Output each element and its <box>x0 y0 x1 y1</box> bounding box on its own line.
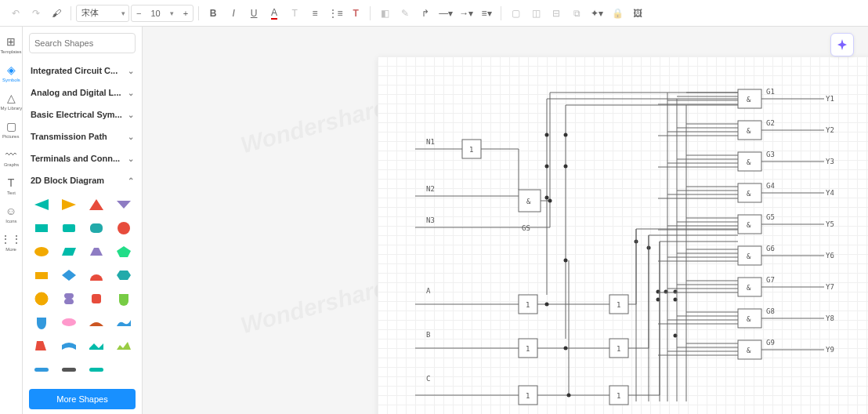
svg-point-8 <box>34 247 49 256</box>
nav-icons[interactable]: ☺Icons <box>1 202 22 226</box>
svg-text:&: & <box>747 284 751 292</box>
nav-pictures[interactable]: ▢Pictures <box>1 118 22 141</box>
svg-point-63 <box>564 133 568 137</box>
shape-item[interactable] <box>29 289 53 309</box>
svg-marker-14 <box>117 271 131 280</box>
shape-item[interactable] <box>111 242 136 262</box>
effects-button[interactable]: ✦▾ <box>588 4 606 23</box>
nav-text[interactable]: TText <box>1 174 22 198</box>
shape-item[interactable] <box>84 242 108 262</box>
shape-item[interactable] <box>29 312 53 332</box>
shape-item[interactable] <box>84 336 108 356</box>
font-size-stepper[interactable]: − 10 ▾ + <box>131 5 193 22</box>
arrow-style-button[interactable]: →▾ <box>457 4 476 23</box>
font-family-select[interactable]: 宋体 <box>76 5 129 22</box>
shape-item[interactable] <box>84 265 108 285</box>
shape-item[interactable] <box>84 289 108 309</box>
svg-text:Y8: Y8 <box>826 314 834 322</box>
align-button[interactable]: ≡ <box>306 4 324 23</box>
category-terminals-conn[interactable]: Terminals and Conn...⌄ <box>27 147 137 169</box>
svg-point-15 <box>35 292 48 305</box>
font-size-value: 10 <box>146 9 165 18</box>
text-tool-button[interactable]: T <box>285 4 304 23</box>
shape-item[interactable] <box>111 312 136 332</box>
shape1-button[interactable]: ▢ <box>506 4 525 23</box>
category-analog-digital[interactable]: Analog and Digital L...⌄ <box>27 82 137 104</box>
category-basic-electrical[interactable]: Basic Electrical Sym...⌄ <box>27 104 137 125</box>
redo-button[interactable]: ↷ <box>27 4 45 23</box>
line-style-button[interactable]: —▾ <box>436 4 455 23</box>
align-obj-button[interactable]: ⊟ <box>547 4 566 23</box>
shape-item[interactable] <box>84 359 108 380</box>
shape-item[interactable] <box>29 218 53 238</box>
image-button[interactable]: 🖼 <box>628 4 647 23</box>
lock-button[interactable]: 🔒 <box>608 4 627 23</box>
chevron-down-icon: ⌄ <box>128 111 134 119</box>
svg-text:G5: G5 <box>766 213 775 221</box>
shape-item[interactable] <box>56 242 81 262</box>
undo-button[interactable]: ↶ <box>6 4 25 23</box>
shape-item[interactable] <box>56 359 81 380</box>
shape-item[interactable] <box>56 194 81 215</box>
pen-button[interactable]: ✎ <box>396 4 414 23</box>
shape-item[interactable] <box>84 218 108 238</box>
shape-item[interactable] <box>111 336 136 356</box>
shape-item[interactable] <box>56 289 81 309</box>
canvas-area[interactable]: Wondershare EdrawMax Wondershare EdrawMa… <box>143 27 868 414</box>
italic-button[interactable]: I <box>224 4 243 23</box>
shape-item[interactable] <box>29 242 53 262</box>
category-integrated-circuit[interactable]: Integrated Circuit C...⌄ <box>27 60 137 82</box>
shape-item[interactable] <box>29 265 53 285</box>
category-2d-block-diagram[interactable]: 2D Block Diagram⌃ <box>27 169 137 191</box>
text-style-button[interactable]: T <box>346 4 365 23</box>
svg-text:&: & <box>747 190 751 198</box>
group-button[interactable]: ⧉ <box>567 4 586 23</box>
shape-item[interactable] <box>111 194 136 215</box>
circuit-diagram[interactable]: N1 1 N2 N3 & GS A <box>378 56 868 414</box>
nav-my-library[interactable]: △My Library <box>1 89 22 113</box>
diagram-page[interactable]: N1 1 N2 N3 & GS A <box>378 56 868 414</box>
shapes-sidebar: ⌕ Integrated Circuit C...⌄ Analog and Di… <box>23 27 143 414</box>
more-shapes-button[interactable]: More Shapes <box>29 389 136 409</box>
nav-templates[interactable]: ⊞Templates <box>1 33 22 56</box>
svg-text:1: 1 <box>526 345 530 353</box>
increase-size-button[interactable]: + <box>179 9 193 18</box>
svg-rect-6 <box>90 223 103 233</box>
nav-symbols[interactable]: ◈Symbols <box>1 61 22 85</box>
shape-item[interactable] <box>111 289 136 309</box>
svg-rect-21 <box>89 368 103 372</box>
underline-button[interactable]: U <box>244 4 263 23</box>
templates-icon: ⊞ <box>6 35 16 48</box>
shape-item[interactable] <box>29 194 53 215</box>
search-shapes-input[interactable]: ⌕ <box>29 33 136 53</box>
bold-button[interactable]: B <box>204 4 222 23</box>
shape-item[interactable] <box>56 312 81 332</box>
nav-graphs[interactable]: 〰Graphs <box>1 146 22 169</box>
shape-item[interactable] <box>56 265 81 285</box>
shape2-button[interactable]: ◫ <box>526 4 545 23</box>
svg-text:&: & <box>747 127 751 135</box>
nav-more[interactable]: ⋮⋮More <box>1 231 22 254</box>
fill-button[interactable]: ◧ <box>375 4 394 23</box>
connector-button[interactable]: ↱ <box>416 4 435 23</box>
line-weight-button[interactable]: ≡▾ <box>477 4 496 23</box>
decrease-size-button[interactable]: − <box>132 9 146 18</box>
svg-rect-5 <box>63 224 75 232</box>
category-transmission-path[interactable]: Transmission Path⌄ <box>27 125 137 147</box>
symbols-icon: ◈ <box>7 64 16 76</box>
format-painter-button[interactable]: 🖌 <box>47 4 66 23</box>
shape-item[interactable] <box>84 194 108 215</box>
shape-item[interactable] <box>56 218 81 238</box>
font-color-button[interactable]: A <box>265 4 284 23</box>
shape-item[interactable] <box>111 265 136 285</box>
svg-point-57 <box>545 303 549 307</box>
shape-item[interactable] <box>29 359 53 380</box>
svg-point-62 <box>545 196 549 200</box>
shape-item[interactable] <box>29 336 53 356</box>
shape-item[interactable] <box>84 312 108 332</box>
shape-item[interactable] <box>56 336 81 356</box>
svg-text:&: & <box>747 252 751 260</box>
shape-item[interactable] <box>111 218 136 238</box>
ai-assist-button[interactable] <box>830 33 854 56</box>
list-button[interactable]: ⋮≡ <box>326 4 345 23</box>
